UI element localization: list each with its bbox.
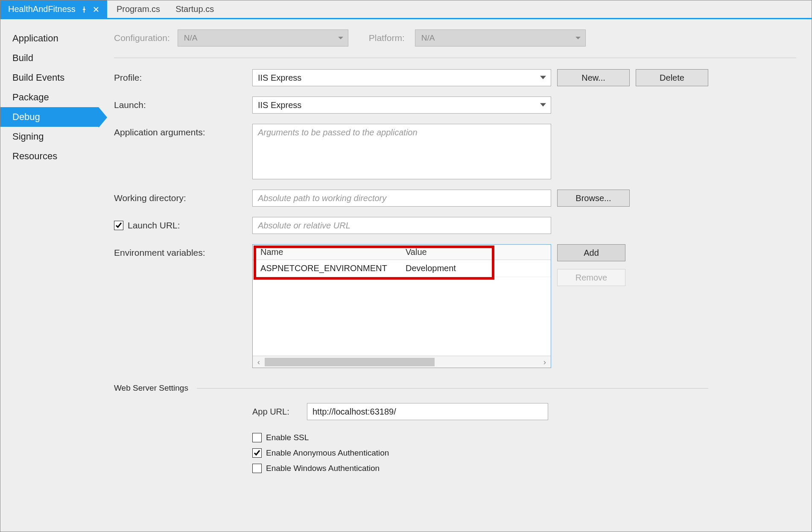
browse-button[interactable]: Browse... — [557, 190, 630, 207]
add-envvar-button[interactable]: Add — [557, 244, 625, 261]
delete-profile-button[interactable]: Delete — [636, 69, 708, 86]
body: Application Build Build Events Package D… — [0, 19, 812, 532]
scroll-thumb[interactable] — [265, 358, 435, 366]
enable-win-checkbox[interactable] — [252, 464, 262, 473]
launchurl-label: Launch URL: — [128, 220, 180, 231]
launchurl-input[interactable] — [252, 217, 551, 234]
profile-select[interactable]: IIS Express — [252, 69, 551, 86]
sidebar-item-label: Build — [12, 53, 33, 63]
chevron-down-icon — [540, 100, 546, 110]
configuration-value: N/A — [184, 33, 198, 43]
document-tabs: HealthAndFitness Program.cs Startup.cs — [0, 0, 812, 19]
sidebar-item-debug[interactable]: Debug — [0, 107, 99, 127]
platform-value: N/A — [421, 33, 435, 43]
chevron-down-icon — [338, 33, 344, 43]
envvar-name: ASPNETCORE_ENVIRONMENT — [253, 260, 398, 277]
configuration-select: N/A — [178, 29, 348, 47]
appurl-input[interactable] — [307, 403, 548, 420]
tab-startup-cs[interactable]: Startup.cs — [168, 0, 222, 18]
scroll-track[interactable] — [265, 356, 539, 368]
configuration-label: Configuration: — [114, 33, 170, 43]
sidebar-item-label: Resources — [12, 151, 57, 161]
properties-main: Configuration: N/A Platform: N/A Profile… — [99, 19, 812, 532]
remove-envvar-button: Remove — [557, 269, 625, 286]
enable-ssl-row: Enable SSL — [252, 433, 708, 442]
chevron-down-icon — [575, 33, 581, 43]
envvar-value: Development — [398, 260, 551, 277]
profile-label: Profile: — [114, 69, 246, 83]
tab-label: HealthAndFitness — [8, 4, 76, 14]
section-rule — [197, 388, 708, 389]
enable-anon-checkbox[interactable] — [252, 448, 262, 458]
enable-ssl-checkbox[interactable] — [252, 433, 262, 442]
chevron-down-icon — [540, 73, 546, 83]
launchurl-checkbox[interactable] — [114, 221, 123, 230]
tab-label: Program.cs — [117, 4, 160, 14]
close-icon[interactable] — [93, 6, 99, 13]
app-root: HealthAndFitness Program.cs Startup.cs A… — [0, 0, 812, 532]
enable-anon-label: Enable Anonymous Authentication — [266, 448, 389, 458]
webserver-section-title: Web Server Settings — [114, 383, 188, 393]
envvars-header: Name Value — [253, 245, 551, 260]
scroll-left-icon[interactable]: ‹ — [253, 356, 265, 368]
envvar-row[interactable]: ASPNETCORE_ENVIRONMENT Development — [253, 260, 551, 277]
appurl-row: App URL: — [252, 403, 708, 420]
workingdir-label: Working directory: — [114, 190, 246, 203]
tab-program-cs[interactable]: Program.cs — [109, 0, 168, 18]
tab-label: Startup.cs — [175, 4, 214, 14]
envvars-header-name: Name — [253, 245, 398, 260]
profile-value: IIS Express — [258, 73, 301, 83]
sidebar-item-label: Signing — [12, 131, 44, 142]
launch-select[interactable]: IIS Express — [252, 96, 551, 114]
enable-ssl-label: Enable SSL — [266, 433, 309, 442]
tab-healthandfitness[interactable]: HealthAndFitness — [0, 0, 107, 18]
envvars-header-value: Value — [398, 245, 551, 260]
sidebar-item-label: Package — [12, 92, 49, 102]
appargs-label: Application arguments: — [114, 124, 246, 137]
properties-sidebar: Application Build Build Events Package D… — [0, 19, 99, 532]
pin-icon[interactable] — [81, 6, 88, 13]
envvars-hscrollbar[interactable]: ‹ › — [253, 356, 551, 368]
launchurl-row: Launch URL: — [114, 217, 246, 231]
sidebar-item-application[interactable]: Application — [0, 29, 99, 48]
sidebar-item-label: Build Events — [12, 72, 64, 83]
launch-value: IIS Express — [258, 100, 301, 110]
launch-label: Launch: — [114, 96, 246, 110]
new-profile-button[interactable]: New... — [557, 69, 630, 86]
platform-label: Platform: — [369, 33, 405, 43]
workingdir-input[interactable] — [252, 190, 551, 207]
envvars-table[interactable]: Name Value ASPNETCORE_ENVIRONMENT Develo… — [252, 244, 551, 368]
sidebar-item-build[interactable]: Build — [0, 48, 99, 68]
sidebar-item-package[interactable]: Package — [0, 88, 99, 107]
appurl-label: App URL: — [252, 407, 299, 417]
enable-win-label: Enable Windows Authentication — [266, 464, 380, 473]
scroll-right-icon[interactable]: › — [539, 356, 551, 368]
enable-anon-row: Enable Anonymous Authentication — [252, 448, 708, 458]
webserver-section: Web Server Settings — [114, 383, 708, 393]
envvars-label: Environment variables: — [114, 244, 246, 258]
platform-select: N/A — [415, 29, 586, 47]
appargs-input[interactable] — [252, 124, 551, 179]
sidebar-item-resources[interactable]: Resources — [0, 146, 99, 166]
sidebar-item-label: Application — [12, 33, 58, 44]
debug-form: Profile: IIS Express New... Delete Launc… — [114, 69, 796, 473]
sidebar-item-signing[interactable]: Signing — [0, 127, 99, 146]
sidebar-item-build-events[interactable]: Build Events — [0, 68, 99, 88]
config-platform-row: Configuration: N/A Platform: N/A — [114, 29, 796, 58]
sidebar-item-label: Debug — [12, 111, 40, 122]
enable-win-row: Enable Windows Authentication — [252, 464, 708, 473]
